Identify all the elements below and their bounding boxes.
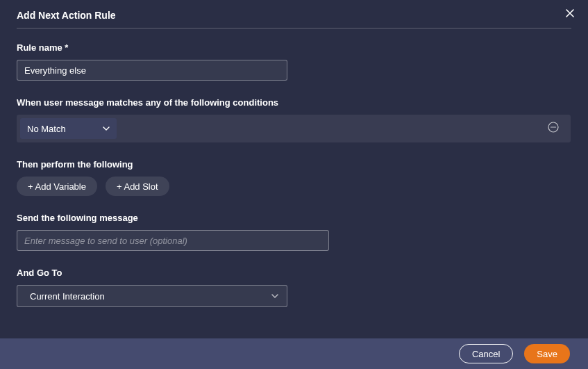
rule-name-label: Rule name * xyxy=(17,42,571,53)
remove-condition-button[interactable] xyxy=(546,122,560,136)
dialog-footer: Cancel Save xyxy=(0,338,588,369)
goto-select[interactable]: Current Interaction xyxy=(17,285,287,307)
add-variable-button[interactable]: + Add Variable xyxy=(17,177,97,196)
match-type-value: No Match xyxy=(27,124,66,134)
minus-circle-icon xyxy=(548,122,559,136)
message-input[interactable] xyxy=(17,230,329,251)
chevron-down-icon xyxy=(271,294,278,298)
close-icon xyxy=(566,8,574,20)
header-divider xyxy=(17,28,571,28)
actions-label: Then perform the following xyxy=(17,159,571,170)
cancel-button[interactable]: Cancel xyxy=(459,344,513,363)
close-button[interactable] xyxy=(563,7,577,21)
match-type-select[interactable]: No Match xyxy=(20,118,117,139)
chevron-down-icon xyxy=(103,126,110,131)
add-slot-button[interactable]: + Add Slot xyxy=(106,177,169,196)
dialog-title: Add Next Action Rule xyxy=(17,10,116,21)
conditions-label: When user message matches any of the fol… xyxy=(17,97,571,108)
condition-row: No Match xyxy=(17,115,571,142)
message-label: Send the following message xyxy=(17,213,571,223)
save-button[interactable]: Save xyxy=(524,344,570,363)
goto-label: And Go To xyxy=(17,268,571,278)
rule-name-input[interactable] xyxy=(17,60,287,81)
goto-value: Current Interaction xyxy=(30,291,105,302)
